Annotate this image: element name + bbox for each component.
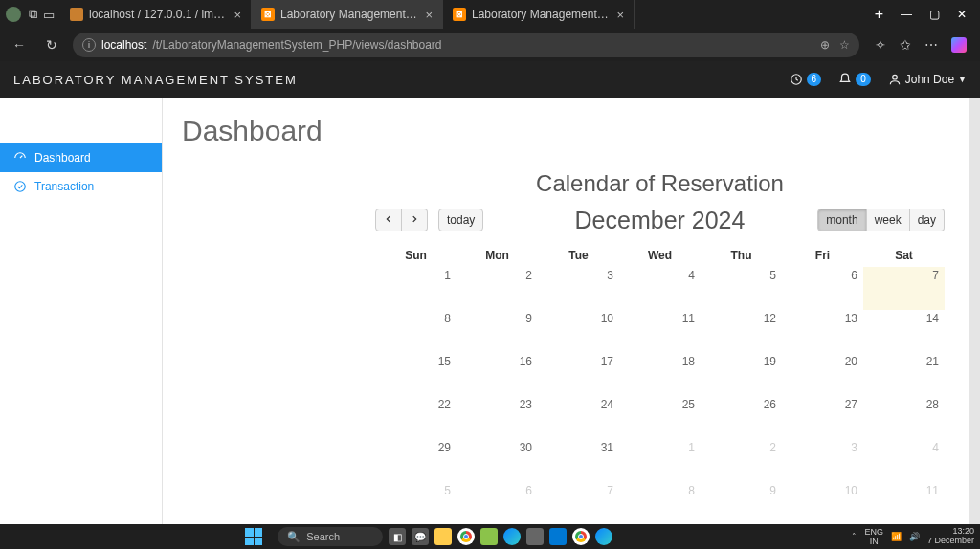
new-tab-button[interactable]: + bbox=[865, 6, 893, 23]
header-notifications[interactable]: 0 bbox=[838, 73, 871, 86]
calendar-today-button[interactable]: today bbox=[438, 209, 483, 231]
calendar-cell[interactable]: 21 bbox=[863, 353, 945, 396]
calendar-cell[interactable]: 9 bbox=[457, 310, 538, 353]
header-clock[interactable]: 6 bbox=[790, 73, 822, 86]
menu-icon[interactable]: ⋯ bbox=[924, 37, 938, 53]
workspaces-icon[interactable]: ⧉ bbox=[29, 7, 37, 22]
tab-close-icon[interactable]: × bbox=[616, 8, 624, 22]
calendar-cell[interactable]: 7 bbox=[863, 267, 945, 310]
calendar-next-button[interactable] bbox=[402, 209, 428, 231]
calendar-cell[interactable]: 30 bbox=[457, 439, 538, 482]
calendar-cell[interactable]: 24 bbox=[538, 396, 619, 439]
volume-icon[interactable]: 🔊 bbox=[909, 532, 920, 541]
sidebar-item-dashboard[interactable]: Dashboard bbox=[0, 143, 162, 172]
tab-favicon: ⊠ bbox=[453, 8, 466, 21]
calendar-cell[interactable]: 29 bbox=[375, 439, 457, 482]
browser-tab[interactable]: localhost / 127.0.0.1 / lms19 / use× bbox=[60, 0, 252, 29]
calendar-cell[interactable]: 1 bbox=[619, 439, 701, 482]
calendar-cell[interactable]: 10 bbox=[782, 482, 863, 525]
tab-actions-icon[interactable]: ▭ bbox=[43, 8, 55, 22]
calendar-cell[interactable]: 12 bbox=[701, 310, 782, 353]
taskbar-app-2[interactable] bbox=[480, 528, 498, 545]
calendar-cell[interactable]: 19 bbox=[701, 353, 782, 396]
collections-icon[interactable]: ✩ bbox=[900, 37, 911, 53]
calendar-cell[interactable]: 13 bbox=[782, 310, 863, 353]
calendar-cell[interactable]: 11 bbox=[863, 482, 945, 525]
extensions-icon[interactable]: ✧ bbox=[875, 37, 886, 53]
browser-tab[interactable]: ⊠Laboratory Management System× bbox=[252, 0, 443, 29]
sidebar-item-transaction[interactable]: Transaction bbox=[0, 172, 162, 201]
tray-clock[interactable]: 13:20 7 December bbox=[927, 527, 974, 546]
calendar-cell[interactable]: 2 bbox=[701, 439, 782, 482]
calendar-cell[interactable]: 3 bbox=[782, 439, 863, 482]
header-user-menu[interactable]: John Doe ▼ bbox=[888, 73, 967, 86]
page-title: Dashboard bbox=[182, 115, 969, 147]
tab-close-icon[interactable]: × bbox=[425, 8, 433, 22]
calendar-cell[interactable]: 6 bbox=[457, 482, 538, 525]
calendar-cell[interactable]: 9 bbox=[701, 482, 782, 525]
calendar-cell[interactable]: 17 bbox=[538, 353, 619, 396]
url-path: /t/LaboratoryManagementSystem_PHP/views/… bbox=[152, 38, 441, 52]
calendar-view-week[interactable]: week bbox=[867, 209, 910, 231]
calendar-cell[interactable]: 2 bbox=[457, 267, 538, 310]
site-info-icon[interactable]: i bbox=[82, 38, 96, 52]
calendar-cell[interactable]: 18 bbox=[619, 353, 701, 396]
window-minimize[interactable]: — bbox=[901, 8, 912, 21]
calendar-cell[interactable]: 8 bbox=[375, 310, 457, 353]
tab-title: localhost / 127.0.0.1 / lms19 / use bbox=[89, 8, 228, 21]
copilot-icon[interactable] bbox=[951, 37, 967, 53]
favorite-icon[interactable]: ☆ bbox=[839, 38, 850, 52]
back-button[interactable]: ← bbox=[8, 37, 31, 53]
start-button[interactable] bbox=[245, 528, 262, 545]
window-close[interactable]: ✕ bbox=[957, 8, 967, 21]
zoom-icon[interactable]: ⊕ bbox=[820, 38, 830, 52]
wifi-icon[interactable]: 📶 bbox=[891, 532, 902, 541]
chevron-left-icon bbox=[384, 214, 393, 224]
calendar-cell[interactable]: 4 bbox=[863, 439, 945, 482]
calendar-cell[interactable]: 26 bbox=[701, 396, 782, 439]
address-bar[interactable]: i localhost/t/LaboratoryManagementSystem… bbox=[73, 33, 859, 57]
calendar-cell[interactable]: 25 bbox=[619, 396, 701, 439]
calendar-cell[interactable]: 7 bbox=[538, 482, 619, 525]
chrome-icon[interactable] bbox=[457, 528, 475, 545]
window-maximize[interactable]: ▢ bbox=[929, 8, 940, 21]
calendar-cell[interactable]: 31 bbox=[538, 439, 619, 482]
browser-tab[interactable]: ⊠Laboratory Management System× bbox=[443, 0, 635, 29]
calendar-cell[interactable]: 22 bbox=[375, 396, 457, 439]
calendar-prev-button[interactable] bbox=[375, 209, 402, 231]
calendar-cell[interactable]: 6 bbox=[782, 267, 863, 310]
calendar-view-day[interactable]: day bbox=[910, 209, 945, 231]
calendar-cell[interactable]: 5 bbox=[701, 267, 782, 310]
calendar-cell[interactable]: 1 bbox=[375, 267, 457, 310]
calendar-cell[interactable]: 3 bbox=[538, 267, 619, 310]
calendar-cell[interactable]: 5 bbox=[375, 482, 457, 525]
edge-icon-2[interactable] bbox=[595, 528, 612, 545]
taskbar-search-placeholder: Search bbox=[306, 531, 340, 542]
task-view-icon[interactable]: ◧ bbox=[389, 528, 406, 545]
calendar-cell[interactable]: 4 bbox=[619, 267, 701, 310]
calendar-cell[interactable]: 14 bbox=[863, 310, 945, 353]
calendar-cell[interactable]: 10 bbox=[538, 310, 619, 353]
edge-icon[interactable] bbox=[503, 528, 521, 545]
calendar-cell[interactable]: 27 bbox=[782, 396, 863, 439]
calendar-view-month[interactable]: month bbox=[817, 209, 866, 231]
file-explorer-icon[interactable] bbox=[434, 528, 452, 545]
tab-close-icon[interactable]: × bbox=[234, 8, 241, 22]
taskbar-app-3[interactable] bbox=[526, 528, 544, 545]
taskbar-search[interactable]: 🔍 Search bbox=[278, 527, 383, 546]
calendar-cell[interactable]: 15 bbox=[375, 353, 457, 396]
system-tray[interactable]: ˄ ENG IN 📶 🔊 13:20 7 December bbox=[852, 527, 974, 546]
vscode-icon[interactable] bbox=[549, 528, 567, 545]
chrome-icon-2[interactable] bbox=[572, 528, 590, 545]
refresh-button[interactable]: ↻ bbox=[40, 37, 63, 53]
calendar-cell[interactable]: 11 bbox=[619, 310, 701, 353]
taskbar-app-1[interactable]: 💬 bbox=[412, 528, 429, 545]
calendar-cell[interactable]: 20 bbox=[782, 353, 863, 396]
calendar-cell[interactable]: 28 bbox=[863, 396, 945, 439]
tray-chevron-icon[interactable]: ˄ bbox=[852, 532, 857, 541]
tray-lang[interactable]: ENG IN bbox=[864, 527, 883, 546]
calendar-cell[interactable]: 23 bbox=[457, 396, 538, 439]
calendar-cell[interactable]: 8 bbox=[619, 482, 701, 525]
search-icon: 🔍 bbox=[287, 531, 301, 543]
calendar-cell[interactable]: 16 bbox=[457, 353, 538, 396]
